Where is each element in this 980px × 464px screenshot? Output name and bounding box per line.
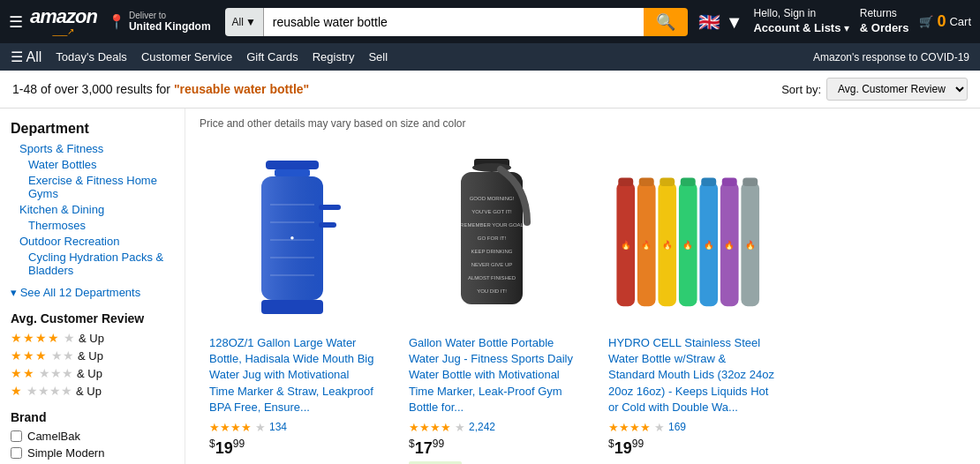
list-item: Kitchen & Dining [19,203,174,216]
svg-text:🔥: 🔥 [724,240,735,251]
product-image-2: GOOD MORNING! YOU'VE GOT IT! REMEMBER YO… [409,152,575,328]
price-2: $1799 [409,439,444,457]
svg-text:🔥: 🔥 [682,240,693,251]
results-bar: 1-48 of over 3,000 results for "reusable… [0,71,980,109]
product-title-2: Gallon Water Bottle Portable Water Jug -… [409,335,575,415]
svg-text:ALMOST FINISHED: ALMOST FINISHED [468,275,516,281]
svg-rect-37 [722,178,737,186]
search-input[interactable] [264,8,644,36]
cat-cycling[interactable]: Cycling Hydration Packs & Bladders [28,251,163,277]
returns-orders-link[interactable]: Returns & Orders [860,7,909,35]
stars-3up[interactable]: ★★★★★ & Up [11,348,174,363]
svg-text:🔥: 🔥 [662,240,673,251]
cat-outdoor[interactable]: Outdoor Recreation [19,235,119,248]
product-stars-3: ★★★★★ 169 [608,421,774,434]
products-area: Price and other details may vary based o… [185,109,980,464]
stars-1up[interactable]: ★★★★★ & Up [11,384,174,398]
main-content: Department Sports & Fitness Water Bottle… [0,109,980,464]
location-icon: 📍 [108,13,125,30]
search-button[interactable]: 🔍 [644,8,688,36]
product-title-3: HYDRO CELL Stainless Steel Water Bottle … [608,335,774,415]
deliver-text: Deliver to United Kingdom [129,11,211,33]
product-svg-3: 🔥 🔥 🔥 🔥 🔥 🔥 🔥 [608,152,774,328]
products-grid: ● 128OZ/1 Gallon Large Water Bottle, Had… [200,142,966,464]
stars-2up[interactable]: ★★★★★ & Up [11,366,174,380]
cat-thermoses[interactable]: Thermoses [28,219,86,232]
product-svg-1: ● [209,152,375,328]
logo-text: amazon [30,7,97,26]
svg-rect-34 [660,178,675,186]
svg-text:KEEP DRINKING: KEEP DRINKING [471,249,513,254]
see-all-departments[interactable]: See All 12 Departments [11,286,140,299]
avg-review-filter: Avg. Customer Review ★★★★★ & Up ★★★★★ & … [11,311,174,398]
review-count-1[interactable]: 134 [269,421,287,433]
svg-text:🔥: 🔥 [745,240,756,251]
stars-4up[interactable]: ★★★★★ & Up [11,331,174,345]
sidebar: Department Sports & Fitness Water Bottle… [0,109,185,464]
review-count-3[interactable]: 169 [668,421,686,433]
product-card-1[interactable]: ● 128OZ/1 Gallon Large Water Bottle, Had… [200,142,385,464]
amazon-logo[interactable]: amazon ___↗ [30,7,97,36]
category-list: Sports & Fitness Water Bottles Exercise … [11,142,174,277]
svg-text:NEVER GIVE UP: NEVER GIVE UP [471,262,513,267]
cat-exercise[interactable]: Exercise & Fitness Home Gyms [28,174,157,200]
svg-text:🔥: 🔥 [704,240,714,251]
price-1: $1999 [209,439,245,457]
sort-dropdown[interactable]: Avg. Customer Review Price: Low to High … [826,78,968,101]
country-selector[interactable]: 🇬🇧 ▼ [698,11,743,33]
list-item: Cycling Hydration Packs & Bladders [19,251,174,277]
svg-rect-36 [701,178,716,186]
cat-water-bottles[interactable]: Water Bottles [28,158,97,171]
cat-kitchen[interactable]: Kitchen & Dining [19,203,104,216]
list-item: Sports & Fitness [19,142,174,155]
product-image-3: 🔥 🔥 🔥 🔥 🔥 🔥 🔥 [608,152,774,328]
avg-review-heading: Avg. Customer Review [11,311,174,326]
hamburger-all[interactable]: ☰ All [11,49,41,65]
logo-smile: ___↗ [53,26,75,36]
header-links: Hello, Sign in Account & Lists ▾ Returns… [753,7,971,35]
brand-simple-modern[interactable]: Simple Modern [11,446,174,460]
svg-rect-33 [639,178,654,186]
svg-text:YOU DID IT!: YOU DID IT! [477,288,507,294]
svg-rect-6 [261,300,323,314]
product-card-2[interactable]: GOOD MORNING! YOU'VE GOT IT! REMEMBER YO… [399,142,584,464]
hamburger-menu[interactable]: ☰ [9,12,23,32]
svg-text:YOU'VE GOT IT!: YOU'VE GOT IT! [471,209,512,214]
cat-sports[interactable]: Sports & Fitness [19,142,103,155]
cart-link[interactable]: 🛒 0 Cart [919,12,971,31]
nav-todays-deals[interactable]: Today's Deals [56,50,127,64]
svg-text:●: ● [290,234,295,242]
nav-registry[interactable]: Registry [313,50,355,64]
svg-rect-35 [681,178,696,186]
svg-rect-38 [743,178,758,186]
search-bar: All ▼ 🔍 [225,8,689,36]
subheader: ☰ All Today's Deals Customer Service Gif… [0,43,980,71]
brand-camelbak[interactable]: CamelBak [11,430,174,443]
product-svg-2: GOOD MORNING! YOU'VE GOT IT! REMEMBER YO… [409,152,575,328]
list-item: Exercise & Fitness Home Gyms [19,174,174,200]
product-stars-2: ★★★★★ 2,242 [409,421,575,434]
sort-area: Sort by: Avg. Customer Review Price: Low… [781,78,968,101]
product-image-1: ● [209,152,375,328]
department-filter: Department Sports & Fitness Water Bottle… [11,121,174,299]
covid-notice[interactable]: Amazon's response to COVID-19 [813,51,969,64]
nav-sell[interactable]: Sell [368,50,388,64]
product-card-3[interactable]: 🔥 🔥 🔥 🔥 🔥 🔥 🔥 HYDRO CELL Stainless Steel… [599,142,784,464]
price-area-3: $1999 [608,438,774,458]
product-title-1: 128OZ/1 Gallon Large Water Bottle, Hadis… [209,335,375,415]
list-item: Outdoor Recreation [19,235,174,248]
svg-text:GO FOR IT!: GO FOR IT! [478,236,507,241]
sign-in-link[interactable]: Hello, Sign in Account & Lists ▾ [753,7,848,35]
deliver-to-header[interactable]: 📍 Deliver to United Kingdom [108,11,211,33]
nav-gift-cards[interactable]: Gift Cards [246,50,298,64]
brand-heading: Brand [11,410,174,424]
review-count-2[interactable]: 2,242 [469,421,495,433]
product-stars-1: ★★★★★ 134 [209,421,375,434]
search-category-dropdown[interactable]: All ▼ [225,8,264,36]
svg-text:REMEMBER YOUR GOAL: REMEMBER YOUR GOAL [460,222,524,228]
main-header: ☰ amazon ___↗ 📍 Deliver to United Kingdo… [0,0,980,43]
price-3: $1999 [608,439,644,457]
svg-rect-1 [275,169,310,176]
svg-rect-0 [266,161,319,169]
nav-customer-service[interactable]: Customer Service [141,50,232,64]
